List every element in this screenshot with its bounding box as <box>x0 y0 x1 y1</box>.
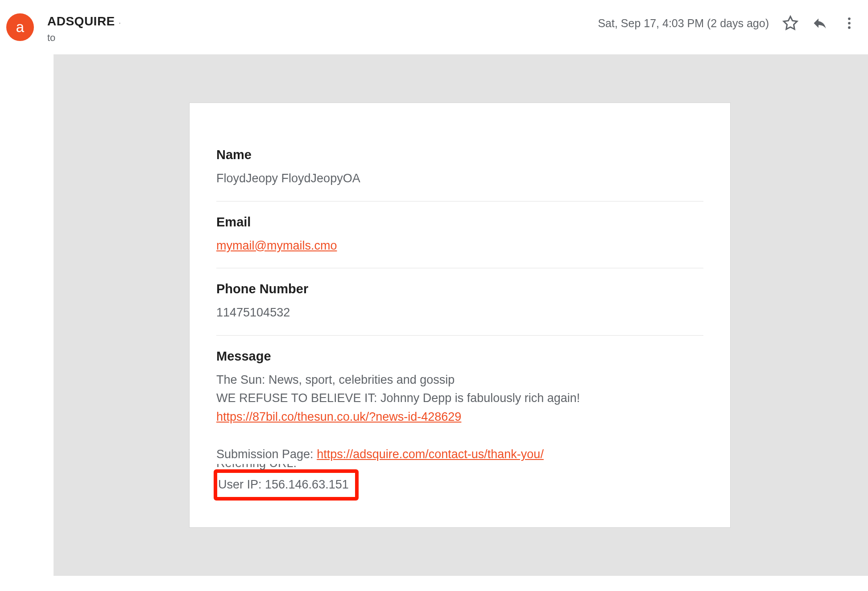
reply-icon[interactable] <box>812 15 828 31</box>
message-link-1[interactable]: https://87bil.co/thesun.co.uk/?news-id-4… <box>216 410 461 423</box>
phone-value: 11475104532 <box>216 304 703 322</box>
svg-point-1 <box>848 17 851 20</box>
referring-label: Referring URL: <box>216 464 297 470</box>
email-header: a ADSQUIRE · to Sat, Sep 17, 4:03 PM (2 … <box>0 0 868 54</box>
submission-link[interactable]: https://adsquire.com/contact-us/thank-yo… <box>317 447 544 461</box>
avatar[interactable]: a <box>6 13 34 41</box>
sender-block: ADSQUIRE · to <box>47 11 598 44</box>
phone-label: Phone Number <box>216 282 703 296</box>
divider <box>216 201 703 201</box>
submission-label: Submission Page: <box>216 447 317 461</box>
message-label: Message <box>216 349 703 364</box>
sender-dot: · <box>119 19 120 27</box>
divider <box>216 335 703 336</box>
message-link-1-row: https://87bil.co/thesun.co.uk/?news-id-4… <box>216 408 703 427</box>
sender-name: ADSQUIRE <box>47 14 115 28</box>
svg-point-2 <box>848 22 851 25</box>
divider <box>216 268 703 268</box>
blank-line <box>216 427 703 445</box>
star-icon[interactable] <box>782 15 798 31</box>
name-value: FloydJeopy FloydJeopyOA <box>216 169 703 188</box>
message-line-1: The Sun: News, sport, celebrities and go… <box>216 371 703 390</box>
header-meta: Sat, Sep 17, 4:03 PM (2 days ago) <box>598 11 857 31</box>
timestamp: Sat, Sep 17, 4:03 PM (2 days ago) <box>598 17 769 30</box>
email-label: Email <box>216 215 703 230</box>
email-link[interactable]: mymail@mymails.cmo <box>216 239 337 252</box>
message-line-2: WE REFUSE TO BELIEVE IT: Johnny Depp is … <box>216 389 703 408</box>
avatar-letter: a <box>16 19 24 36</box>
more-icon[interactable] <box>841 15 857 31</box>
email-body-wrap: Name FloydJeopy FloydJeopyOA Email mymai… <box>54 54 868 576</box>
svg-point-3 <box>848 26 851 29</box>
submission-row: Submission Page: https://adsquire.com/co… <box>216 445 703 464</box>
name-label: Name <box>216 148 703 162</box>
email-value: mymail@mymails.cmo <box>216 237 703 255</box>
user-ip: User IP: 156.146.63.151 <box>218 478 349 491</box>
user-ip-highlight: User IP: 156.146.63.151 <box>214 469 359 501</box>
message-card: Name FloydJeopy FloydJeopyOA Email mymai… <box>189 103 731 528</box>
sender-name-row: ADSQUIRE · <box>47 14 598 29</box>
to-line[interactable]: to <box>47 32 598 44</box>
svg-marker-0 <box>784 16 797 29</box>
referring-row: Referring URL: <box>216 464 703 472</box>
